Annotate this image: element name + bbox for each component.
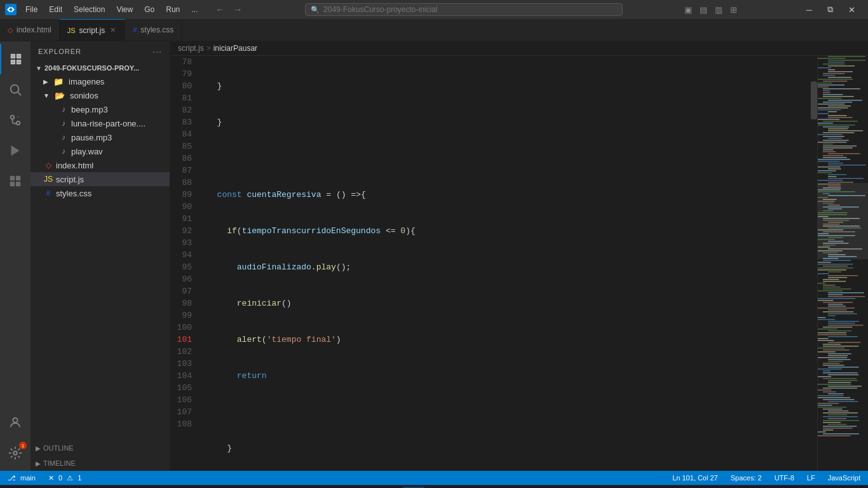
vscode-logo (5, 4, 17, 15)
line-num-95: 95 (175, 261, 192, 273)
explorer-root[interactable]: ▼ 2049-FOKUSCURSO-PROY... (31, 62, 170, 74)
sidebar-menu-button[interactable]: ··· (153, 46, 162, 57)
sidebar-item-pause-mp3[interactable]: ♪ pause.mp3 (31, 130, 170, 144)
git-branch[interactable]: ⎇ main (5, 474, 41, 482)
line-num-98: 98 (175, 297, 192, 309)
line-num-78: 78 (175, 56, 192, 68)
statusbar-left: ⎇ main ✕ 0 ⚠ 1 (5, 474, 86, 482)
line-num-94: 94 (175, 249, 192, 261)
activity-bar-bottom: 1 (0, 407, 31, 468)
line-num-107: 107 (175, 406, 192, 418)
sidebar: EXPLORER ··· ▼ 2049-FOKUSCURSO-PROY... ▶… (31, 41, 170, 471)
language[interactable]: JavaScript (825, 474, 863, 482)
code-line-78: } (207, 80, 811, 92)
sidebar-item-luna-rise[interactable]: ♪ luna-rise-part-one.... (31, 116, 170, 130)
tab-label-index-html: index.html (17, 25, 51, 34)
activity-explorer[interactable] (0, 44, 31, 74)
scrollbar-thumb[interactable] (811, 81, 817, 119)
sidebar-item-script-js[interactable]: JS script.js (31, 172, 170, 186)
settings-notification-badge: 1 (19, 442, 27, 449)
encoding[interactable]: UTF-8 (772, 474, 797, 482)
svg-rect-7 (10, 182, 15, 186)
script-js-label: script.js (56, 175, 84, 184)
menu-file[interactable]: File (20, 4, 43, 15)
pause-mp3-icon: ♪ (58, 133, 69, 142)
line-num-105: 105 (175, 382, 192, 394)
line-num-101: 101 (175, 334, 192, 346)
titlebar: File Edit Selection View Go Run ... ← → … (0, 0, 868, 19)
close-button[interactable]: ✕ (841, 2, 863, 17)
layout-icon-1[interactable]: ▣ (682, 4, 695, 16)
luna-rise-label: luna-rise-part-one.... (71, 119, 146, 128)
line-num-97: 97 (175, 285, 192, 297)
sidebar-item-imagenes[interactable]: ▶ 📁 imagenes (31, 74, 170, 88)
menu-edit[interactable]: Edit (44, 4, 67, 15)
activity-extensions[interactable] (0, 166, 31, 196)
menu-view[interactable]: View (111, 4, 138, 15)
tab-script-js[interactable]: JS script.js ✕ (60, 19, 126, 41)
pause-mp3-label: pause.mp3 (71, 133, 112, 142)
breadcrumb-symbol[interactable]: iniciarPausar (214, 44, 257, 53)
search-icon: 🔍 (311, 6, 320, 14)
sidebar-item-styles-css[interactable]: # styles.css (31, 186, 170, 200)
error-count[interactable]: ✕ 0 ⚠ 1 (46, 474, 86, 482)
outline-label: OUTLINE (43, 444, 74, 452)
line-col[interactable]: Ln 101, Col 27 (670, 474, 721, 482)
line-num-82: 82 (175, 104, 192, 116)
line-num-83: 83 (175, 116, 192, 128)
title-search-bar[interactable]: 🔍 (305, 3, 623, 16)
sidebar-item-index-html[interactable]: ◇ index.html (31, 158, 170, 172)
activity-source-control[interactable] (0, 105, 31, 135)
timeline-section[interactable]: ▶ TIMELINE (31, 456, 170, 471)
menu-more[interactable]: ... (186, 4, 203, 15)
code-editor[interactable]: 78 79 80 81 82 83 84 85 86 87 88 89 90 9… (170, 56, 868, 471)
title-search-input[interactable] (323, 5, 617, 14)
sonidos-label: sonidos (70, 91, 98, 100)
line-num-87: 87 (175, 165, 192, 177)
imagenes-label: imagenes (69, 77, 104, 86)
activity-run-debug[interactable] (0, 135, 31, 166)
tab-styles-css[interactable]: # styles.css (125, 19, 182, 41)
line-num-99: 99 (175, 309, 192, 322)
sidebar-item-play-wav[interactable]: ♪ play.wav (31, 144, 170, 158)
sonidos-chevron: ▼ (43, 92, 50, 99)
sidebar-item-beep-mp3[interactable]: ♪ beep.mp3 (31, 102, 170, 116)
js-file-icon: JS (67, 27, 76, 34)
activity-account[interactable] (0, 407, 31, 438)
code-content[interactable]: } } const cuentaRegresiva = () =>{ if(ti… (202, 56, 811, 471)
styles-css-icon: # (43, 189, 53, 198)
line-num-106: 106 (175, 394, 192, 406)
tab-index-html[interactable]: ◇ index.html (0, 19, 60, 41)
forward-button[interactable]: → (229, 3, 246, 16)
code-line-79: } (207, 116, 811, 128)
line-num-81: 81 (175, 92, 192, 104)
breadcrumb-file[interactable]: script.js (178, 44, 204, 53)
outline-section[interactable]: ▶ OUTLINE (31, 440, 170, 456)
line-ending[interactable]: LF (804, 474, 818, 482)
menu-run[interactable]: Run (161, 4, 185, 15)
line-num-79: 79 (175, 68, 192, 80)
menu-go[interactable]: Go (139, 4, 159, 15)
root-label: 2049-FOKUSCURSO-PROY... (44, 64, 139, 72)
activity-search[interactable] (0, 74, 31, 105)
statusbar-right: Ln 101, Col 27 Spaces: 2 UTF-8 LF JavaSc… (670, 474, 863, 482)
menu-selection[interactable]: Selection (69, 4, 110, 15)
tab-bar: ◇ index.html JS script.js ✕ # styles.css (0, 19, 868, 41)
timeline-label: TIMELINE (43, 459, 76, 467)
layout-icon-3[interactable]: ▥ (712, 4, 725, 16)
back-button[interactable]: ← (212, 3, 228, 16)
sidebar-item-sonidos[interactable]: ▼ 📂 sonidos (31, 88, 170, 102)
html-file-icon: ◇ (8, 26, 13, 34)
layout-icon-2[interactable]: ▤ (697, 4, 710, 16)
minimize-button[interactable]: ─ (799, 2, 820, 17)
sidebar-title: EXPLORER (38, 48, 81, 55)
activity-settings[interactable]: 1 (0, 438, 31, 468)
tab-label-script-js: script.js (79, 26, 105, 35)
layout-icon-4[interactable]: ⊞ (728, 4, 740, 16)
script-js-icon: JS (43, 175, 53, 184)
spaces[interactable]: Spaces: 2 (728, 474, 764, 482)
svg-point-0 (11, 85, 19, 93)
tab-close-script-js[interactable]: ✕ (109, 25, 117, 35)
restore-button[interactable]: ⧉ (820, 2, 841, 17)
editor-scrollbar[interactable] (811, 56, 817, 471)
